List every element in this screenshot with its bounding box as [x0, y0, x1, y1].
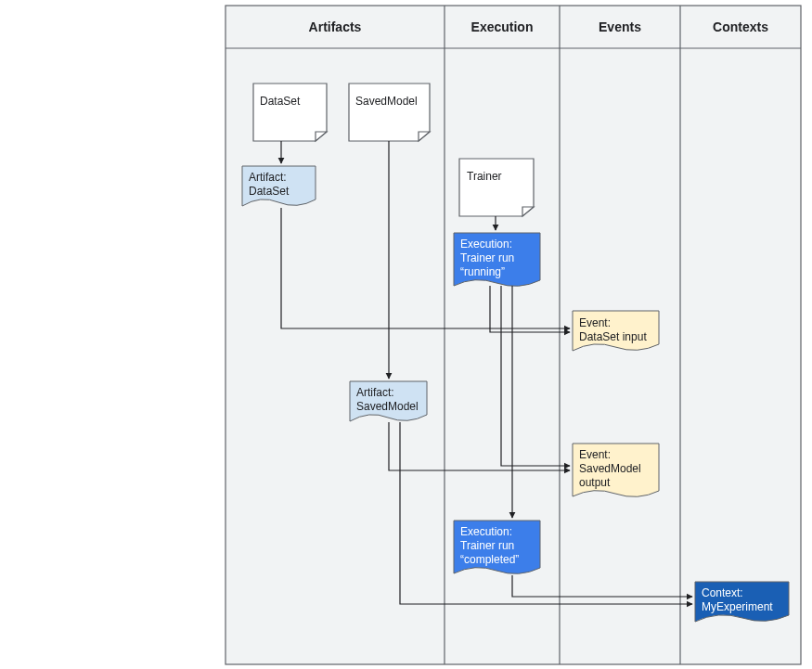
note-artifact-dataset: Artifact: DataSet	[242, 166, 316, 206]
doc-dataset-label: DataSet	[260, 95, 301, 108]
note-context-myexperiment: Context: MyExperiment	[695, 582, 789, 622]
col-header-artifacts: Artifacts	[309, 19, 362, 34]
col-header-contexts: Contexts	[713, 19, 768, 34]
note-exec-running: Execution: Trainer run “running”	[454, 233, 540, 286]
note-exec-running-l1: Execution:	[460, 238, 512, 251]
note-artifact-sm-l2: SavedModel	[356, 400, 419, 413]
doc-trainer-label: Trainer	[467, 170, 502, 183]
note-exec-running-l2: Trainer run	[460, 251, 514, 264]
note-context-l2: MyExperiment	[702, 600, 773, 613]
note-exec-completed: Execution: Trainer run “completed”	[454, 521, 540, 573]
col-header-execution: Execution	[471, 19, 534, 34]
doc-savedmodel: SavedModel	[349, 84, 430, 141]
doc-savedmodel-label: SavedModel	[355, 95, 418, 108]
note-exec-completed-l1: Execution:	[460, 525, 512, 538]
note-artifact-savedmodel: Artifact: SavedModel	[350, 381, 427, 421]
doc-dataset: DataSet	[253, 84, 327, 141]
note-event-sm-l1: Event:	[579, 448, 611, 461]
note-event-savedmodel-output: Event: SavedModel output	[573, 444, 659, 496]
doc-trainer: Trainer	[459, 159, 534, 216]
note-event-ds-l1: Event:	[579, 316, 611, 329]
note-exec-completed-l2: Trainer run	[460, 539, 514, 552]
note-artifact-dataset-l2: DataSet	[249, 185, 290, 198]
note-event-sm-l3: output	[579, 476, 611, 489]
note-event-dataset-input: Event: DataSet input	[573, 311, 659, 351]
note-exec-completed-l3: “completed”	[460, 553, 519, 566]
note-artifact-dataset-l1: Artifact:	[249, 171, 287, 184]
note-artifact-sm-l1: Artifact:	[356, 386, 394, 399]
note-context-l1: Context:	[702, 586, 743, 599]
note-event-ds-l2: DataSet input	[579, 330, 647, 343]
col-header-events: Events	[599, 19, 641, 34]
note-exec-running-l3: “running”	[460, 265, 505, 278]
note-event-sm-l2: SavedModel	[579, 462, 641, 475]
